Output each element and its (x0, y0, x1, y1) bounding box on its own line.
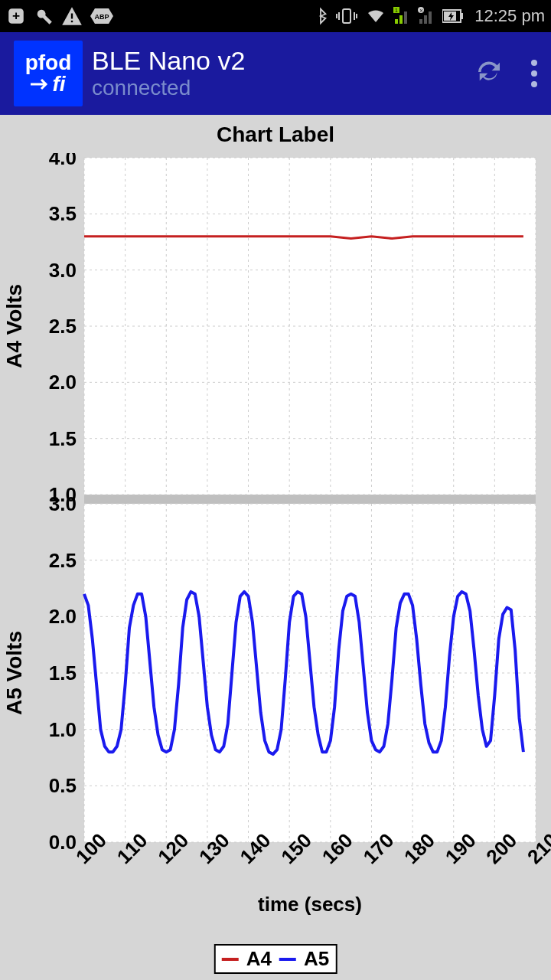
legend-swatch-a5 (279, 958, 296, 961)
svg-rect-16 (424, 15, 427, 24)
warning-icon (61, 5, 83, 27)
abp-icon: ABP (90, 6, 113, 26)
app-title-block: BLE Nano v2 connected (92, 47, 473, 100)
svg-rect-21 (461, 13, 463, 19)
app-subtitle: connected (92, 76, 473, 100)
svg-text:1.5: 1.5 (49, 427, 77, 450)
battery-icon (442, 9, 464, 23)
svg-text:time (secs): time (secs) (258, 893, 362, 916)
svg-text:+: + (12, 8, 20, 23)
svg-text:4.0: 4.0 (49, 153, 77, 169)
arrow-icon (31, 77, 51, 92)
app-logo[interactable]: pfod fi (14, 41, 83, 106)
svg-text:✕: ✕ (419, 8, 423, 13)
logo-text-bottom: fi (31, 74, 65, 95)
svg-text:1.0: 1.0 (49, 718, 77, 741)
status-left-icons: + ABP (6, 5, 113, 27)
status-right-icons: 1 ✕ 12:25 pm (312, 6, 545, 26)
svg-rect-3 (71, 21, 73, 22)
vibrate-icon (335, 6, 358, 26)
back-icon: + (6, 6, 26, 26)
svg-text:1.5: 1.5 (49, 662, 77, 684)
svg-text:2.5: 2.5 (49, 315, 77, 338)
svg-text:A4 Volts: A4 Volts (2, 284, 26, 368)
chart-container[interactable]: Chart Label 1.01.52.02.53.03.54.00.00.51… (0, 115, 551, 980)
svg-text:2.0: 2.0 (49, 605, 77, 628)
svg-rect-12 (404, 11, 407, 24)
chart-canvas[interactable]: 1.01.52.02.53.03.54.00.00.51.01.52.02.53… (0, 153, 551, 949)
svg-text:3.0: 3.0 (49, 259, 77, 282)
svg-rect-25 (84, 495, 536, 504)
logo-text-top: pfod (25, 52, 72, 74)
app-bar: pfod fi BLE Nano v2 connected (0, 32, 551, 115)
legend-label-a5: A5 (304, 947, 329, 971)
svg-rect-5 (343, 9, 350, 23)
svg-text:3.5: 3.5 (49, 202, 77, 225)
svg-text:ABP: ABP (94, 13, 109, 21)
wifi-icon (364, 7, 387, 25)
svg-rect-17 (429, 11, 432, 24)
svg-text:3.0: 3.0 (49, 492, 77, 515)
refresh-button[interactable] (473, 56, 505, 91)
legend-label-a4: A4 (246, 947, 272, 971)
signal-2-icon: ✕ (418, 7, 436, 25)
bluetooth-icon (312, 6, 329, 26)
chart-title: Chart Label (0, 119, 551, 153)
svg-text:2.5: 2.5 (49, 549, 77, 572)
svg-text:0.5: 0.5 (49, 774, 77, 797)
svg-rect-11 (399, 15, 403, 24)
svg-text:A5 Volts: A5 Volts (2, 631, 26, 715)
android-status-bar: + ABP 1 ✕ 12:25 pm (0, 0, 551, 32)
clock-text: 12:25 pm (474, 6, 545, 26)
svg-rect-15 (419, 19, 422, 24)
svg-text:2.0: 2.0 (49, 371, 77, 394)
svg-rect-2 (71, 14, 73, 19)
svg-rect-10 (395, 19, 398, 24)
signal-1-icon: 1 (393, 7, 412, 25)
svg-text:1: 1 (395, 8, 398, 13)
app-title: BLE Nano v2 (92, 47, 473, 75)
overflow-menu-button[interactable] (531, 60, 537, 87)
legend-swatch-a4 (222, 958, 239, 961)
wrench-icon (34, 6, 54, 26)
legend: A4 A5 (214, 944, 337, 974)
